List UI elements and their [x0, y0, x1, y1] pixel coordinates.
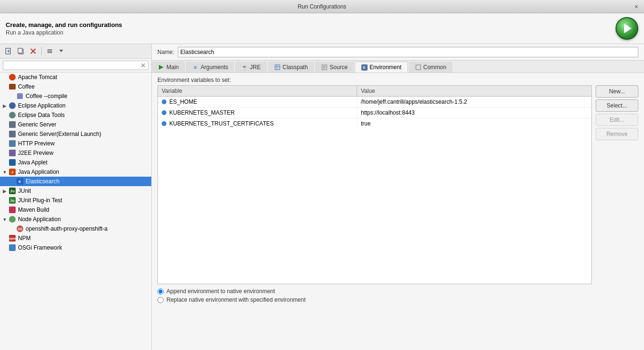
tree-item-j2ee-preview[interactable]: J2EE Preview [0, 148, 151, 158]
env-var-name-es-home: ES_HOME [169, 99, 197, 105]
run-icon [624, 24, 632, 33]
tab-classpath[interactable]: Classpath [268, 62, 314, 72]
view-menu-icon [59, 48, 64, 54]
search-input[interactable] [5, 62, 140, 69]
jre-tab-label: JRE [250, 64, 261, 71]
env-section-label: Environment variables to set: [152, 73, 644, 85]
tree-label-http-preview: HTTP Preview [18, 140, 55, 147]
collapse-button[interactable] [44, 46, 55, 56]
tree-label-j2ee-preview: J2EE Preview [18, 150, 54, 156]
remove-env-button[interactable]: Remove [596, 128, 638, 140]
tab-source[interactable]: Source [315, 62, 354, 72]
tree-item-generic-server-ext[interactable]: Generic Server(External Launch) [0, 129, 151, 139]
header-subtitle: Run a Java application [6, 29, 122, 36]
env-row-kubernetes-master[interactable]: KUBERNETES_MASTER https://localhost:8443 [158, 108, 591, 118]
edit-env-button[interactable]: Edit... [596, 114, 638, 126]
collapse-icon [46, 48, 53, 54]
view-menu-button[interactable] [56, 46, 66, 56]
tree-label-java-applet: Java Applet [18, 159, 47, 166]
select-env-button[interactable]: Select... [596, 99, 638, 112]
tab-jre[interactable]: ☕ JRE [235, 62, 267, 72]
generic-server-ext-icon [9, 130, 16, 138]
coffee-icon [9, 83, 16, 90]
tree-item-openshift-auth[interactable]: OS openshift-auth-proxy-openshift-a [0, 224, 151, 233]
eclipse-icon [9, 102, 16, 109]
tree-label-junit-plugin: JUnit Plug-in Test [18, 197, 62, 204]
tree-item-eclipse-data-tools[interactable]: Eclipse Data Tools [0, 110, 151, 120]
tree-item-apache-tomcat[interactable]: Apache Tomcat [0, 72, 151, 82]
environment-tab-icon: E [361, 64, 368, 71]
radio-section: Append environment to native environment… [152, 284, 644, 307]
tree-label-osgi: OSGi Framework [18, 244, 62, 251]
close-button[interactable]: × [633, 3, 640, 10]
env-dot-kubernetes-trust [162, 121, 166, 126]
radio-replace-label[interactable]: Replace native environment with specifie… [157, 296, 638, 303]
radio-append[interactable] [157, 288, 164, 295]
tree-item-node-application[interactable]: ▼ Node Application [0, 215, 151, 224]
jre-tab-icon: ☕ [241, 64, 248, 71]
svg-rect-12 [275, 65, 280, 70]
right-panel: Name: Main ≡ Arguments [152, 44, 644, 350]
http-icon [9, 140, 16, 147]
header: Create, manage, and run configurations R… [0, 13, 644, 44]
name-input[interactable] [178, 47, 638, 57]
toolbar-sep-1 [41, 47, 42, 55]
radio-replace[interactable] [157, 297, 164, 303]
tree-label-apache-tomcat: Apache Tomcat [18, 74, 57, 81]
tree-item-generic-server[interactable]: Generic Server [0, 120, 151, 129]
tree-item-maven[interactable]: Maven Build [0, 205, 151, 215]
tree-label-openshift-auth: openshift-auth-proxy-openshift-a [26, 225, 108, 232]
tomcat-icon [9, 73, 16, 81]
env-row-kubernetes-trust[interactable]: KUBERNETES_TRUST_CERTIFICATES true [158, 118, 591, 129]
tree-item-java-application[interactable]: ▼ J Java Application [0, 167, 151, 177]
tree-item-osgi[interactable]: OSGi Framework [0, 243, 151, 252]
env-row-es-home[interactable]: ES_HOME /home/jeff.cantrill/apps/elastic… [158, 97, 591, 108]
search-box: ✕ [0, 59, 151, 72]
new-icon [5, 48, 12, 54]
tree-expand-apache-tomcat [2, 74, 8, 80]
tree-item-eclipse-application[interactable]: ▶ Eclipse Application [0, 101, 151, 110]
tree-expand-openshift [9, 226, 15, 232]
tree-label-junit: JUnit [18, 188, 31, 194]
tree-item-junit-plugin[interactable]: Ju JUnit Plug-in Test [0, 196, 151, 205]
run-button[interactable] [616, 17, 638, 40]
tree-expand-junit-plugin [2, 197, 8, 203]
tree-expand-eclipse: ▶ [2, 103, 8, 108]
delete-config-button[interactable] [28, 46, 39, 56]
tree-expand-java-applet [2, 160, 8, 165]
header-text-block: Create, manage, and run configurations R… [6, 21, 122, 36]
new-config-button[interactable] [3, 46, 14, 56]
generic-server-icon [9, 121, 16, 128]
new-env-button[interactable]: New... [596, 85, 638, 98]
content-area: ✕ Apache Tomcat Coffee [0, 44, 644, 350]
tree-item-http-preview[interactable]: HTTP Preview [0, 139, 151, 148]
main-tab-label: Main [166, 64, 179, 71]
tree-item-java-applet[interactable]: Java Applet [0, 158, 151, 167]
svg-marker-11 [159, 65, 164, 70]
tree-item-coffee[interactable]: Coffee [0, 82, 151, 91]
env-cell-val-es-home: /home/jeff.cantrill/apps/elasticsearch-1… [357, 97, 591, 107]
search-clear-button[interactable]: ✕ [140, 62, 146, 69]
common-tab-label: Common [423, 64, 447, 71]
delete-icon [30, 48, 37, 54]
classpath-tab-icon [274, 64, 281, 71]
tree-expand-elasticsearch [9, 179, 15, 184]
left-toolbar [0, 44, 151, 59]
tab-arguments[interactable]: ≡ Arguments [186, 62, 234, 72]
tree-label-npm: NPM [18, 235, 31, 242]
tree-item-npm[interactable]: npm NPM [0, 233, 151, 243]
tree-expand-generic-server-ext [2, 131, 8, 137]
search-input-wrap: ✕ [3, 61, 148, 70]
duplicate-config-button[interactable] [15, 46, 27, 56]
env-var-name-kubernetes-trust: KUBERNETES_TRUST_CERTIFICATES [169, 120, 274, 127]
tree-expand-generic-server [2, 122, 8, 127]
radio-append-label[interactable]: Append environment to native environment [157, 288, 638, 295]
tree-item-elasticsearch[interactable]: E Elasticsearch [0, 177, 151, 186]
tab-main[interactable]: Main [152, 62, 185, 72]
name-bar: Name: [152, 44, 644, 61]
tree-item-coffee-compile[interactable]: Coffee --compile [0, 91, 151, 101]
tree-item-junit[interactable]: ▶ Ju JUnit [0, 186, 151, 196]
tab-common[interactable]: Common [409, 62, 453, 72]
tab-environment[interactable]: E Environment [355, 62, 407, 72]
tree-expand-junit: ▶ [2, 188, 8, 194]
